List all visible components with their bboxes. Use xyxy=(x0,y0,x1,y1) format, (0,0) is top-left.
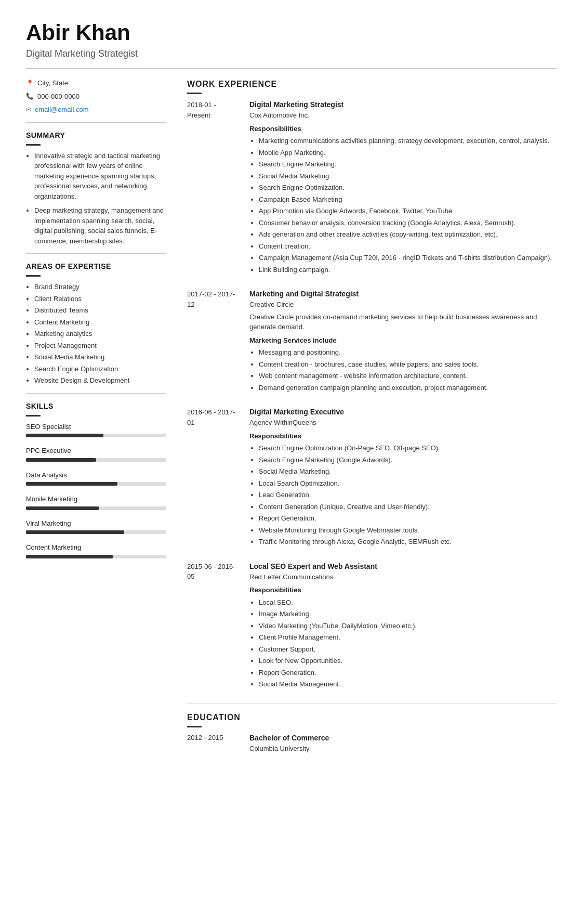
work-entry-2: 2017-02 - 2017-12 Marketing and Digital … xyxy=(187,289,556,394)
skill-seo-bar-fill xyxy=(26,434,103,437)
work-list-item: Lead Generation. xyxy=(259,490,556,500)
work-list-item: Content creation. xyxy=(259,241,556,252)
education-underline xyxy=(187,726,202,727)
work-list-item: Social Media Management. xyxy=(259,679,556,689)
skill-ppc-label: PPC Executive xyxy=(26,446,166,456)
work-entry-1: 2018-01 - Present Digital Marketing Stra… xyxy=(187,99,556,276)
skill-ppc-bar-fill xyxy=(26,458,96,462)
expertise-item: Marketing analytics xyxy=(34,329,166,339)
work-list-item: Look for New Opportunities. xyxy=(259,656,556,666)
work-list-item: Mobile App Marketing. xyxy=(259,148,556,158)
work-entry-3: 2016-06 - 2017-01 Digital Marketing Exec… xyxy=(187,407,556,549)
work-list-1: Marketing communications activities plan… xyxy=(249,136,556,275)
work-marketing-label-2: Marketing Services include xyxy=(249,335,556,346)
expertise-item: Social Media Marketing xyxy=(34,352,166,362)
work-list-item: Social Media Marketing. xyxy=(259,171,556,181)
skill-ppc: PPC Executive xyxy=(26,446,166,462)
work-list-item: Image Marketing. xyxy=(259,609,556,619)
skills-underline xyxy=(26,415,41,417)
work-date-4: 2015-06 - 2016-05 xyxy=(187,561,239,691)
skill-seo: SEO Specialist xyxy=(26,422,166,438)
expertise-item: Content Marketing xyxy=(34,317,166,328)
edu-degree-1: Bachelor of Commerce xyxy=(249,733,556,744)
expertise-underline xyxy=(26,275,41,277)
work-company-3: Agency WithinQueens xyxy=(249,418,556,428)
summary-item: Innovative strategic and tactical market… xyxy=(34,151,166,202)
skills-section: SKILLS SEO Specialist PPC Executive Data… xyxy=(26,401,166,558)
skill-viral: Viral Marketing xyxy=(26,518,166,535)
work-list-3: Search Engine Optimization (On-Page SEO,… xyxy=(249,443,556,547)
candidate-name: Abir Khan xyxy=(26,21,556,45)
expertise-item: Brand Strategy xyxy=(34,282,166,292)
skill-data: Data Analysis xyxy=(26,470,166,486)
work-jobtitle-4: Local SEO Expert and Web Assistant xyxy=(249,561,556,572)
work-content-1: Digital Marketing Strategist Cox Automot… xyxy=(249,99,556,276)
work-list-item: Client Profile Management. xyxy=(259,632,556,643)
edu-content-1: Bachelor of Commerce Columbia University xyxy=(249,733,556,754)
summary-list: Innovative strategic and tactical market… xyxy=(26,151,166,246)
contact-location: 📍 City, State xyxy=(26,78,166,88)
skill-mobile-bar-bg xyxy=(26,506,166,510)
work-list-item: Local Search Optimization. xyxy=(259,478,556,489)
work-list-item: Campaign Based Marketing xyxy=(259,194,556,205)
location-icon: 📍 xyxy=(26,79,34,88)
contact-email[interactable]: ✉ email@email.com xyxy=(26,105,166,115)
work-list-item: Content creation - brochures, case studi… xyxy=(259,359,556,370)
header-divider xyxy=(26,68,556,69)
work-section-title: WORK EXPERIENCE xyxy=(187,78,556,90)
work-list-item: Report Generation. xyxy=(259,513,556,524)
expertise-item: Project Management xyxy=(34,341,166,351)
work-resp-label-1: Responsibilities xyxy=(249,124,556,134)
summary-item: Deep marketing strategy, management and … xyxy=(34,205,166,246)
skill-content-label: Content Marketing xyxy=(26,542,166,553)
work-list-item: Search Engine Optimization (On-Page SEO,… xyxy=(259,443,556,453)
expertise-list: Brand Strategy Client Relations Distribu… xyxy=(26,282,166,386)
expertise-item: Website Design & Development xyxy=(34,375,166,386)
skill-viral-bar-bg xyxy=(26,530,166,534)
work-list-item: Web content management - website informa… xyxy=(259,371,556,381)
work-resp-label-3: Responsibilities xyxy=(249,431,556,441)
work-entry-4: 2015-06 - 2016-05 Local SEO Expert and W… xyxy=(187,561,556,691)
divider-1 xyxy=(26,122,166,123)
email-link[interactable]: email@email.com xyxy=(35,105,89,115)
work-list-item: Customer Support. xyxy=(259,644,556,655)
work-list-item: Demand generation campaign planning and … xyxy=(259,383,556,393)
work-jobtitle-1: Digital Marketing Strategist xyxy=(249,99,556,110)
work-list-item: Traffic Monitoring through Alexa, Google… xyxy=(259,537,556,547)
phone-text: 000-000-0000 xyxy=(37,92,80,102)
work-content-2: Marketing and Digital Strategist Creativ… xyxy=(249,289,556,394)
work-list-item: Video Marketing (YouTube, DailyMotion, V… xyxy=(259,621,556,631)
work-date-3: 2016-06 - 2017-01 xyxy=(187,407,239,549)
skill-viral-bar-fill xyxy=(26,530,124,534)
divider-2 xyxy=(26,253,166,254)
work-list-item: Report Generation. xyxy=(259,668,556,678)
skill-content-bar-fill xyxy=(26,555,113,558)
work-list-item: Website Monitoring through Google Webmas… xyxy=(259,525,556,536)
work-list-item: Content Generation (Unique, Creative and… xyxy=(259,502,556,512)
edu-entry-1: 2012 - 2015 Bachelor of Commerce Columbi… xyxy=(187,733,556,754)
candidate-title: Digital Marketing Strategist xyxy=(26,47,556,61)
skill-mobile: Mobile Marketing xyxy=(26,494,166,510)
work-company-2: Creative Circle xyxy=(249,300,556,310)
work-list-2: Messaging and positioning. Content creat… xyxy=(249,347,556,393)
skill-data-bar-fill xyxy=(26,482,117,486)
header-section: Abir Khan Digital Marketing Strategist xyxy=(26,21,556,61)
skill-seo-label: SEO Specialist xyxy=(26,422,166,432)
work-list-item: Marketing communications activities plan… xyxy=(259,136,556,146)
location-text: City, State xyxy=(37,78,68,88)
work-company-4: Red Letter Communications xyxy=(249,572,556,582)
edu-date-1: 2012 - 2015 xyxy=(187,733,239,754)
work-date-2: 2017-02 - 2017-12 xyxy=(187,289,239,394)
work-list-item: Consumer behavior analysis, conversion t… xyxy=(259,218,556,228)
work-list-item: Local SEO. xyxy=(259,597,556,608)
work-jobtitle-2: Marketing and Digital Strategist xyxy=(249,289,556,300)
skill-data-label: Data Analysis xyxy=(26,470,166,480)
expertise-item: Client Relations xyxy=(34,294,166,304)
skill-mobile-bar-fill xyxy=(26,506,99,510)
expertise-item: Distributed Teams xyxy=(34,305,166,316)
work-list-4: Local SEO. Image Marketing. Video Market… xyxy=(249,597,556,689)
skill-viral-label: Viral Marketing xyxy=(26,518,166,529)
right-column: WORK EXPERIENCE 2018-01 - Present Digita… xyxy=(187,78,556,753)
education-title: EDUCATION xyxy=(187,711,556,724)
work-list-item: Link Building campaign. xyxy=(259,265,556,275)
